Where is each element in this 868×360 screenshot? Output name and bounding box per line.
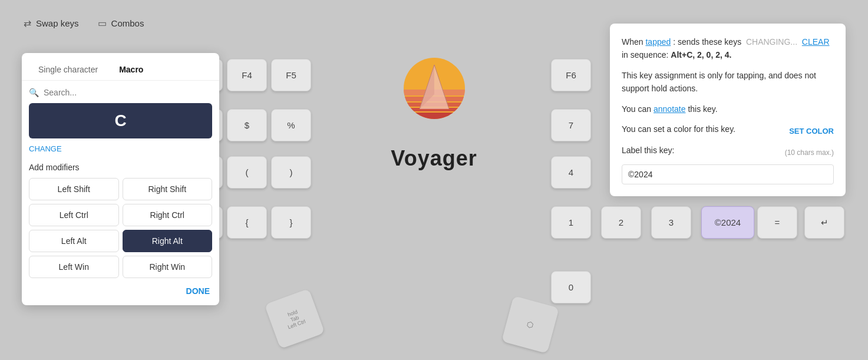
info-annotate-section: You can annotate this key. (622, 103, 834, 115)
keyboard-key[interactable]: F4 (227, 59, 267, 91)
changing-text: CHANGING... (746, 37, 797, 47)
combos-button[interactable]: ▭ Combos (98, 18, 144, 29)
keyboard-key[interactable]: $ (227, 109, 267, 141)
toolbar: ⇄ Swap keys ▭ Combos (24, 18, 144, 29)
swap-keys-label: Swap keys (36, 18, 79, 28)
search-icon: 🔍 (29, 88, 39, 97)
color-row: You can set a color for this key. SET CO… (622, 123, 834, 139)
color-label: You can set a color for this key. (622, 123, 735, 136)
modifier-btn-left-win[interactable]: Left Win (29, 256, 119, 278)
label-this-key: Label this key: (622, 144, 675, 157)
tab-macro[interactable]: Macro (110, 60, 153, 80)
label-input[interactable] (622, 164, 834, 184)
tapped-link[interactable]: tapped (645, 37, 671, 47)
search-input[interactable] (44, 88, 212, 97)
clear-link[interactable]: CLEAR (802, 37, 830, 47)
done-button[interactable]: DONE (186, 286, 210, 296)
key-picker-popup: Single character Macro 🔍 C CHANGE Add mo… (22, 53, 219, 305)
chars-max: (10 chars max.) (785, 148, 834, 157)
keyboard-key[interactable]: ( (227, 156, 267, 189)
modifier-btn-left-alt[interactable]: Left Alt (29, 230, 119, 252)
tab-bar: Single character Macro (22, 53, 219, 81)
keyboard-key[interactable]: ©2024 (701, 206, 754, 239)
tab-single-character[interactable]: Single character (29, 60, 107, 80)
modifier-btn-right-win[interactable]: Right Win (123, 256, 213, 278)
selected-key-letter: C (114, 111, 126, 130)
keyboard-key[interactable]: } (271, 206, 311, 239)
sequence-text: in sequence: (622, 50, 668, 60)
svg-rect-6 (404, 113, 465, 119)
keyboard-key[interactable]: ↵ (804, 206, 844, 239)
label-row: Label this key: (10 chars max.) (622, 144, 834, 160)
voyager-logo-svg (387, 47, 481, 141)
keyboard-key[interactable]: { (227, 206, 267, 239)
done-row: DONE (22, 278, 219, 296)
keyboard-key[interactable]: % (271, 109, 311, 141)
sequence-keys: Alt+C, 2, 0, 2, 4. (671, 50, 731, 60)
search-row: 🔍 (22, 88, 219, 103)
logo-area: Voyager (387, 47, 481, 171)
modifier-grid: Left ShiftRight ShiftLeft CtrlRight Ctrl… (22, 178, 219, 278)
keyboard-key[interactable]: F6 (551, 59, 591, 91)
keyboard-key[interactable]: 4 (551, 156, 591, 189)
swap-keys-button[interactable]: ⇄ Swap keys (24, 18, 79, 29)
thumb-key-right-content: ⬡ (526, 319, 535, 329)
keyboard-key[interactable]: F5 (271, 59, 311, 91)
sequence-line: in sequence: Alt+C, 2, 0, 2, 4. (622, 50, 731, 60)
thumb-key-right: ⬡ (501, 296, 559, 354)
info-panel: When tapped : sends these keys CHANGING.… (610, 24, 846, 196)
annotate-pre: You can (622, 104, 651, 114)
swap-keys-icon: ⇄ (24, 18, 31, 29)
keyboard-key[interactable]: 2 (601, 206, 641, 239)
modifier-btn-left-ctrl[interactable]: Left Ctrl (29, 204, 119, 226)
modifier-btn-left-shift[interactable]: Left Shift (29, 178, 119, 200)
set-color-button[interactable]: SET COLOR (789, 127, 834, 136)
combos-icon: ▭ (98, 18, 107, 29)
modifier-btn-right-ctrl[interactable]: Right Ctrl (123, 204, 213, 226)
hold-note: This key assignment is only for tapping,… (622, 69, 834, 95)
info-hold-section: This key assignment is only for tapping,… (622, 69, 834, 95)
thumb-key-left: hold Tab Left Ctrl (265, 289, 325, 349)
modifier-btn-right-shift[interactable]: Right Shift (123, 178, 213, 200)
annotate-line: You can annotate this key. (622, 103, 834, 115)
combos-label: Combos (111, 18, 144, 28)
add-modifiers-label: Add modifiers (22, 159, 219, 178)
annotate-post: this key. (688, 104, 717, 114)
selected-key-display: C (29, 103, 212, 138)
when-label: When (622, 37, 643, 47)
keyboard-key[interactable]: 1 (551, 206, 591, 239)
change-link[interactable]: CHANGE (22, 142, 219, 159)
logo-title: Voyager (391, 146, 477, 171)
keyboard-key[interactable]: = (757, 206, 797, 239)
info-tapped-section: When tapped : sends these keys CHANGING.… (622, 35, 834, 62)
keyboard-key[interactable]: ) (271, 156, 311, 189)
sends-text: : sends these keys (673, 37, 741, 47)
annotate-link[interactable]: annotate (654, 104, 686, 114)
info-tapped-text: When tapped : sends these keys CHANGING.… (622, 37, 830, 47)
modifier-btn-right-alt[interactable]: Right Alt (123, 230, 213, 252)
keyboard-key[interactable]: 3 (651, 206, 691, 239)
keyboard-key[interactable]: 0 (551, 271, 591, 303)
keyboard-key[interactable]: 7 (551, 109, 591, 141)
